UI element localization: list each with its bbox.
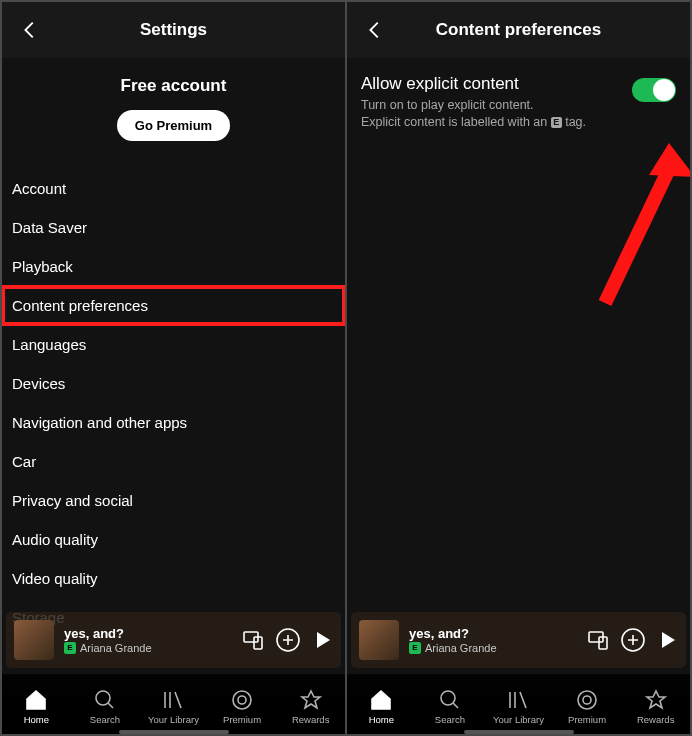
toggle-knob [653, 79, 675, 101]
settings-item-devices[interactable]: Devices [2, 364, 345, 403]
nav-label: Search [90, 714, 120, 725]
rewards-icon [299, 688, 323, 712]
library-icon [506, 688, 530, 712]
track-title: yes, and? [409, 626, 576, 641]
nav-home[interactable]: Home [347, 688, 416, 725]
track-title: yes, and? [64, 626, 231, 641]
content-prefs-screen: Content preferences Allow explicit conte… [347, 2, 690, 734]
topbar: Settings [2, 2, 345, 58]
home-icon [24, 688, 48, 712]
svg-point-11 [441, 691, 455, 705]
settings-item-car[interactable]: Car [2, 442, 345, 481]
annotation-arrow-icon [585, 143, 690, 313]
nav-premium[interactable]: Premium [553, 688, 622, 725]
page-title: Content preferences [359, 20, 678, 40]
settings-item-data-saver[interactable]: Data Saver [2, 208, 345, 247]
explicit-badge-icon: E [409, 642, 421, 654]
connect-device-icon[interactable] [586, 629, 610, 651]
svg-point-4 [233, 691, 251, 709]
nav-rewards[interactable]: Rewards [276, 688, 345, 725]
explicit-content-row: Allow explicit content Turn on to play e… [347, 58, 690, 131]
nav-search[interactable]: Search [71, 688, 140, 725]
home-indicator [464, 730, 574, 734]
nav-your-library[interactable]: Your Library [139, 688, 208, 725]
settings-item-video-quality[interactable]: Video quality [2, 559, 345, 598]
nav-search[interactable]: Search [416, 688, 485, 725]
now-playing-bar[interactable]: yes, and? E Ariana Grande [351, 612, 686, 668]
settings-item-audio-quality[interactable]: Audio quality [2, 520, 345, 559]
add-to-playlist-icon[interactable] [275, 627, 301, 653]
svg-marker-7 [649, 143, 690, 177]
svg-point-5 [238, 696, 246, 704]
track-info: yes, and? E Ariana Grande [409, 626, 576, 654]
play-button[interactable] [311, 629, 333, 651]
account-header: Free account Go Premium [2, 58, 345, 147]
track-artist: Ariana Grande [80, 642, 152, 654]
nav-label: Rewards [637, 714, 675, 725]
nav-label: Rewards [292, 714, 330, 725]
search-icon [93, 688, 117, 712]
settings-item-content-preferences[interactable]: Content preferences [2, 286, 345, 325]
go-premium-button[interactable]: Go Premium [117, 110, 230, 141]
settings-item-account[interactable]: Account [2, 169, 345, 208]
nav-label: Premium [223, 714, 261, 725]
add-to-playlist-icon[interactable] [620, 627, 646, 653]
settings-item-navigation-and-other-apps[interactable]: Navigation and other apps [2, 403, 345, 442]
explicit-tag-icon: E [551, 117, 562, 128]
nav-label: Premium [568, 714, 606, 725]
track-info: yes, and? E Ariana Grande [64, 626, 231, 654]
rewards-icon [644, 688, 668, 712]
nav-premium[interactable]: Premium [208, 688, 277, 725]
track-artist: Ariana Grande [425, 642, 497, 654]
svg-point-3 [96, 691, 110, 705]
connect-device-icon[interactable] [241, 629, 265, 651]
nav-label: Your Library [148, 714, 199, 725]
settings-item-languages[interactable]: Languages [2, 325, 345, 364]
svg-point-13 [583, 696, 591, 704]
page-title: Settings [14, 20, 333, 40]
nav-label: Home [24, 714, 49, 725]
album-art [359, 620, 399, 660]
home-indicator [119, 730, 229, 734]
nav-label: Your Library [493, 714, 544, 725]
settings-item-privacy-and-social[interactable]: Privacy and social [2, 481, 345, 520]
explicit-badge-icon: E [64, 642, 76, 654]
library-icon [161, 688, 185, 712]
play-button[interactable] [656, 629, 678, 651]
bottom-nav: HomeSearchYour LibraryPremiumRewards [347, 674, 690, 734]
topbar: Content preferences [347, 2, 690, 58]
premium-icon [575, 688, 599, 712]
now-playing-bar[interactable]: yes, and? E Ariana Grande [6, 612, 341, 668]
toggle-heading: Allow explicit content [361, 74, 622, 94]
settings-screen: Settings Free account Go Premium Account… [2, 2, 345, 734]
premium-icon [230, 688, 254, 712]
settings-item-playback[interactable]: Playback [2, 247, 345, 286]
nav-label: Home [369, 714, 394, 725]
explicit-toggle[interactable] [632, 78, 676, 102]
account-type-label: Free account [2, 76, 345, 96]
nav-rewards[interactable]: Rewards [621, 688, 690, 725]
svg-line-6 [605, 169, 669, 303]
search-icon [438, 688, 462, 712]
nav-label: Search [435, 714, 465, 725]
nav-home[interactable]: Home [2, 688, 71, 725]
nav-your-library[interactable]: Your Library [484, 688, 553, 725]
toggle-subtext: Turn on to play explicit content. Explic… [361, 97, 622, 131]
bottom-nav: HomeSearchYour LibraryPremiumRewards [2, 674, 345, 734]
home-icon [369, 688, 393, 712]
album-art [14, 620, 54, 660]
svg-point-12 [578, 691, 596, 709]
